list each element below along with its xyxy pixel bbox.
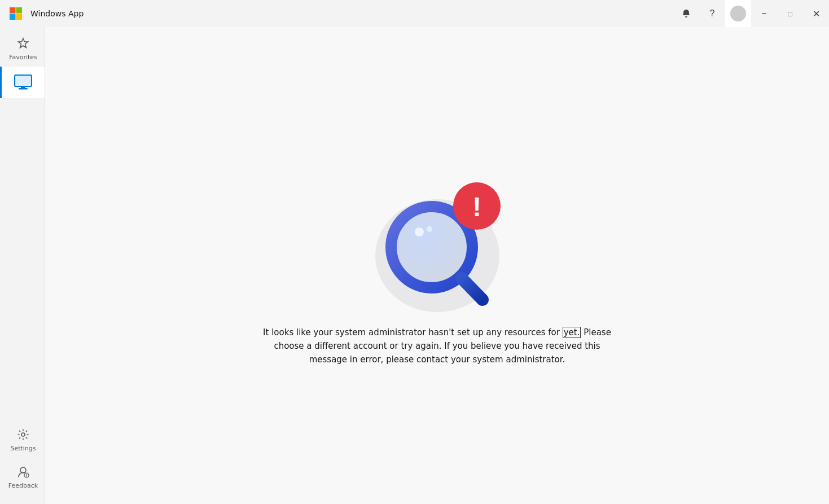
- minimize-icon: −: [761, 8, 766, 19]
- app-title: Windows App: [30, 9, 84, 18]
- monitor-icon: [13, 72, 33, 93]
- svg-point-7: [21, 433, 25, 436]
- sidebar: Favorites Settin: [0, 27, 45, 504]
- settings-icon: [17, 428, 29, 442]
- titlebar: Windows App ? − □ ✕: [0, 0, 829, 27]
- error-container: ! It looks like your system administrato…: [262, 165, 612, 366]
- sidebar-item-feedback[interactable]: Feedback: [0, 460, 45, 495]
- svg-line-12: [462, 278, 483, 300]
- error-message: It looks like your system administrator …: [262, 326, 612, 366]
- sidebar-bottom: Settings Feedback: [0, 423, 45, 499]
- error-illustration: !: [358, 165, 516, 312]
- minimize-button[interactable]: −: [751, 0, 777, 27]
- svg-rect-3: [16, 14, 23, 20]
- sidebar-item-settings-label: Settings: [10, 445, 36, 452]
- svg-rect-1: [16, 7, 23, 14]
- windows-logo-icon: [7, 5, 25, 23]
- maximize-icon: □: [788, 10, 792, 18]
- svg-rect-2: [10, 14, 16, 20]
- sidebar-item-devices[interactable]: [0, 67, 45, 98]
- feedback-icon: [17, 466, 29, 480]
- svg-point-13: [415, 227, 424, 236]
- svg-rect-0: [10, 7, 16, 14]
- svg-rect-6: [19, 88, 28, 90]
- svg-rect-4: [15, 75, 32, 86]
- svg-point-14: [427, 226, 432, 232]
- close-button[interactable]: ✕: [803, 0, 829, 27]
- sidebar-item-settings[interactable]: Settings: [0, 423, 45, 458]
- error-text: It looks like your system administrator …: [263, 327, 611, 365]
- help-icon: ?: [710, 8, 715, 19]
- illustration-svg: !: [358, 165, 516, 312]
- svg-text:!: !: [472, 192, 481, 222]
- close-icon: ✕: [813, 8, 820, 19]
- maximize-button[interactable]: □: [777, 0, 803, 27]
- main-content: ! It looks like your system administrato…: [45, 27, 829, 504]
- app-body: Favorites Settin: [0, 27, 829, 504]
- sidebar-item-feedback-label: Feedback: [8, 482, 38, 489]
- sidebar-item-favorites-label: Favorites: [9, 54, 37, 61]
- avatar-container[interactable]: [725, 0, 751, 27]
- avatar: [730, 6, 746, 21]
- sidebar-item-favorites[interactable]: Favorites: [0, 32, 45, 67]
- star-icon: [17, 37, 29, 51]
- window-controls: ? − □ ✕: [673, 0, 829, 27]
- notification-button[interactable]: [673, 0, 699, 27]
- help-button[interactable]: ?: [699, 0, 725, 27]
- highlighted-yet: yet.: [563, 327, 581, 338]
